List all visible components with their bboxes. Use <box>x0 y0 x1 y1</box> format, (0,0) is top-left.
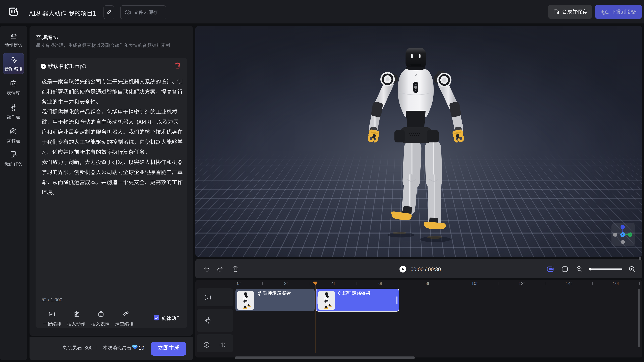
svg-text:Y: Y <box>622 233 624 236</box>
svg-text:X: X <box>630 233 631 236</box>
svg-text:Z: Z <box>622 226 624 228</box>
